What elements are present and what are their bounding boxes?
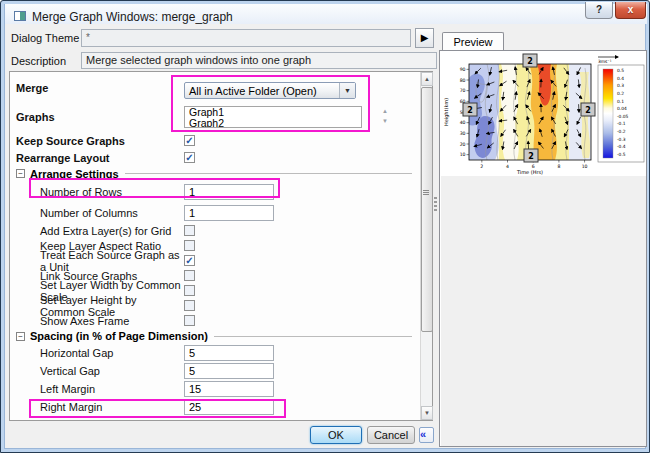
value-input[interactable]	[184, 345, 274, 361]
svg-text:0.4: 0.4	[617, 76, 624, 81]
svg-text:70: 70	[460, 88, 466, 93]
svg-text:0.2: 0.2	[617, 91, 624, 96]
checkbox[interactable]	[184, 225, 195, 236]
merged-graph-preview: 102030405060708090246810Time (Hrs)Height…	[441, 52, 646, 176]
settings-row: Add Extra Layer(s) for Grid	[16, 223, 412, 238]
collapse-box-icon[interactable]: −	[16, 332, 25, 341]
svg-text:30: 30	[460, 131, 466, 136]
theme-flyout-button[interactable]: ▶	[415, 28, 434, 48]
row-label: Right Margin	[40, 401, 184, 413]
row-label: Number of Columns	[40, 207, 184, 219]
preview-area: 102030405060708090246810Time (Hrs)Height…	[439, 50, 647, 447]
tab-preview[interactable]: Preview	[442, 32, 504, 51]
keep-source-label: Keep Source Graphs	[16, 135, 184, 147]
scroll-up-icon[interactable]: ▲	[421, 72, 433, 86]
svg-text:20: 20	[460, 142, 466, 147]
rearrange-checkbox[interactable]: ✓	[184, 152, 195, 163]
row-label: Add Extra Layer(s) for Grid	[40, 225, 184, 237]
spacing-section-title: Spacing (in % of Page Dimension)	[30, 330, 208, 342]
merge-graph-dialog: Merge Graph Windows: merge_graph ? x Dia…	[0, 0, 650, 453]
svg-text:0.1: 0.1	[617, 99, 624, 104]
value-input[interactable]	[184, 205, 274, 221]
window-title: Merge Graph Windows: merge_graph	[32, 10, 233, 24]
svg-text:2: 2	[527, 57, 533, 66]
settings-row: Number of Rows	[16, 181, 412, 203]
row-label: Vertical Gap	[40, 365, 184, 377]
section-rule	[125, 173, 412, 174]
merge-dropdown[interactable]: All in Active Folder (Open) ▼	[184, 82, 356, 99]
ok-button[interactable]: OK	[310, 426, 362, 444]
scroll-down-icon[interactable]: ▼	[380, 118, 390, 124]
description-value: Merge selected graph windows into one gr…	[81, 52, 437, 69]
settings-row: Vertical Gap	[16, 362, 412, 380]
checkbox[interactable]	[184, 285, 195, 296]
panel-splitter[interactable]	[434, 197, 437, 213]
close-button[interactable]: x	[615, 2, 646, 19]
list-item[interactable]: Graph2	[185, 118, 361, 128]
dialog-theme-input[interactable]: *	[81, 29, 411, 47]
settings-row: Left Margin	[16, 380, 412, 398]
rearrange-label: Rearrange Layout	[16, 152, 184, 164]
scroll-down-icon[interactable]: ▼	[421, 406, 433, 420]
svg-text:3ms⁻¹: 3ms⁻¹	[598, 59, 612, 64]
svg-text:Time (Hrs): Time (Hrs)	[516, 169, 543, 175]
value-input[interactable]	[184, 363, 274, 379]
svg-text:2: 2	[480, 164, 483, 169]
spacing-section-header: − Spacing (in % of Page Dimension)	[16, 328, 412, 344]
svg-text:0.5: 0.5	[617, 68, 624, 73]
settings-scrollbar[interactable]: ▲ ▼	[420, 72, 432, 420]
svg-text:-0.05: -0.05	[617, 114, 629, 119]
dialog-theme-label: Dialog Theme	[11, 32, 79, 44]
description-label: Description	[11, 55, 66, 67]
svg-text:0.04: 0.04	[617, 106, 627, 111]
merge-label: Merge	[16, 82, 184, 94]
value-input[interactable]	[184, 184, 274, 200]
settings-row: Horizontal Gap	[16, 344, 412, 362]
title-bar[interactable]: Merge Graph Windows: merge_graph	[5, 4, 647, 24]
section-rule	[214, 336, 412, 337]
svg-text:-0.4: -0.4	[617, 144, 626, 149]
svg-text:40: 40	[460, 120, 466, 125]
merge-row: Merge All in Active Folder (Open) ▼	[16, 82, 412, 106]
svg-text:-0.2: -0.2	[617, 129, 626, 134]
keep-source-checkbox[interactable]: ✓	[184, 135, 195, 146]
settings-row: Right Margin	[16, 398, 412, 416]
settings-row: Set Layer Height by Common Scale	[16, 298, 412, 313]
chevron-down-icon[interactable]: ▼	[339, 83, 355, 98]
window-icon	[14, 11, 26, 21]
help-button[interactable]: ?	[585, 2, 613, 19]
collapse-dialog-button[interactable]: «	[419, 427, 434, 443]
graphs-label: Graphs	[16, 106, 184, 123]
checkbox[interactable]	[184, 315, 195, 326]
checkbox[interactable]	[184, 240, 195, 251]
settings-row: Show Axes Frame	[16, 313, 412, 328]
value-input[interactable]	[184, 399, 274, 415]
row-label: Show Axes Frame	[40, 315, 184, 327]
svg-text:80: 80	[460, 78, 466, 83]
settings-row: Number of Columns	[16, 203, 412, 223]
merge-dropdown-value: All in Active Folder (Open)	[185, 85, 339, 97]
cancel-button[interactable]: Cancel	[367, 426, 415, 444]
svg-text:0.3: 0.3	[617, 83, 624, 88]
svg-text:4: 4	[506, 164, 509, 169]
svg-text:2: 2	[467, 106, 473, 115]
value-input[interactable]	[184, 381, 274, 397]
rearrange-row: Rearrange Layout ✓	[16, 149, 412, 166]
svg-text:2: 2	[585, 106, 591, 115]
collapse-box-icon[interactable]: −	[16, 169, 25, 178]
svg-text:90: 90	[460, 67, 466, 72]
colorbar-gradient	[603, 69, 613, 158]
graphs-row: Graphs Graph1Graph2 ▲ ▼ ... ▼	[16, 106, 412, 132]
graphs-list-scroll[interactable]: ▲ ▼	[380, 106, 390, 126]
checkbox[interactable]	[184, 300, 195, 311]
checkbox[interactable]: ✓	[184, 255, 195, 266]
row-label: Left Margin	[40, 383, 184, 395]
scroll-up-icon[interactable]: ▲	[380, 108, 390, 114]
scrollbar-thumb[interactable]	[421, 87, 433, 332]
settings-row: Treat Each Source Graph as a Unit✓	[16, 253, 412, 268]
arrange-section-title: Arrange Settings	[30, 168, 119, 180]
checkbox[interactable]	[184, 270, 195, 281]
row-label: Number of Rows	[40, 186, 184, 198]
svg-text:10: 10	[460, 152, 466, 157]
graphs-list[interactable]: Graph1Graph2	[184, 106, 362, 128]
